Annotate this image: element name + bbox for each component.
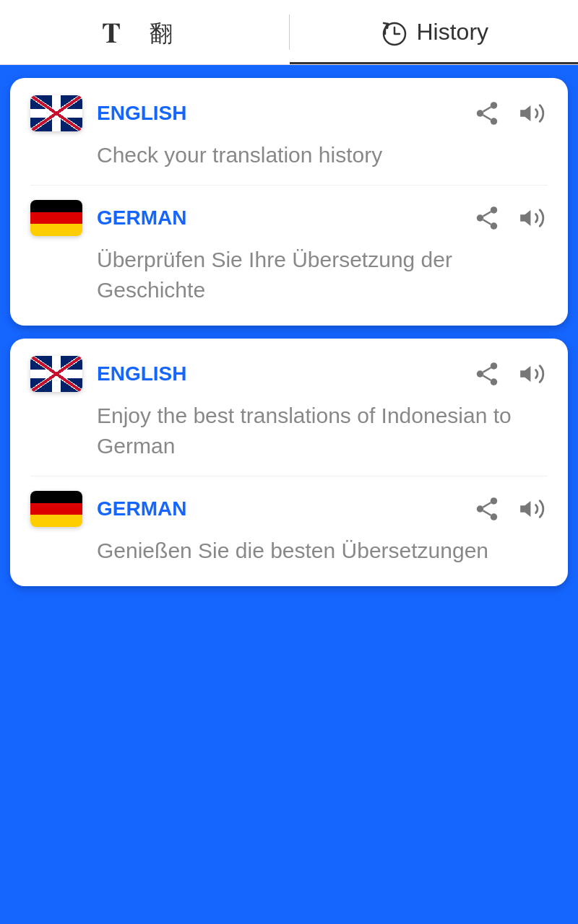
language-section-de-2: GERMAN (30, 476, 548, 566)
history-icon (379, 18, 407, 47)
action-icons-en-2 (471, 358, 548, 390)
tab-history[interactable]: History (290, 0, 579, 64)
tab-translator[interactable]: 翻 Translator (0, 0, 289, 64)
language-row-en-2: ENGLISH (30, 356, 548, 392)
language-name-de-1: GERMAN (97, 206, 471, 230)
svg-point-3 (477, 110, 484, 117)
language-name-de-2: GERMAN (97, 497, 471, 520)
svg-point-15 (477, 370, 484, 378)
main-content: ENGLISH (0, 65, 578, 924)
svg-line-12 (483, 212, 491, 216)
svg-line-11 (483, 219, 491, 224)
svg-point-4 (491, 118, 498, 125)
flag-uk-2 (30, 356, 82, 392)
action-icons-de-2 (471, 493, 548, 525)
svg-point-9 (477, 214, 484, 222)
tab-bar: 翻 Translator History (0, 0, 578, 65)
language-name-en-1: ENGLISH (97, 102, 471, 125)
flag-de-2 (30, 491, 82, 527)
svg-line-18 (483, 367, 491, 372)
svg-line-6 (483, 107, 491, 111)
speak-button-de-1[interactable] (516, 202, 548, 234)
svg-marker-13 (520, 210, 530, 226)
action-icons-de-1 (471, 202, 548, 234)
flag-uk-1 (30, 95, 82, 131)
svg-text:翻: 翻 (150, 20, 173, 46)
svg-line-5 (483, 115, 491, 119)
svg-point-20 (491, 497, 498, 505)
svg-line-24 (483, 502, 491, 507)
translation-text-en-1: Check your translation history (97, 140, 548, 170)
translate-icon: 翻 (148, 17, 178, 48)
share-button-de-1[interactable] (471, 202, 503, 234)
share-button-en-2[interactable] (471, 358, 503, 390)
flag-de-1 (30, 200, 82, 236)
svg-point-21 (477, 505, 484, 513)
speak-button-de-2[interactable] (516, 493, 548, 525)
language-row-en-1: ENGLISH (30, 95, 548, 131)
language-name-en-2: ENGLISH (97, 362, 471, 385)
action-icons-en-1 (471, 97, 548, 129)
translation-text-de-1: Überprüfen Sie Ihre Übersetzung der Gesc… (97, 245, 548, 305)
share-button-de-2[interactable] (471, 493, 503, 525)
svg-line-17 (483, 375, 491, 380)
language-section-de-1: GERMAN (30, 185, 548, 305)
language-row-de-2: GERMAN (30, 491, 548, 527)
svg-line-23 (483, 510, 491, 515)
svg-point-2 (491, 102, 498, 109)
translation-text-en-2: Enjoy the best translations of Indonesia… (97, 401, 548, 461)
tab-history-label: History (416, 19, 488, 45)
translation-card-1: ENGLISH (10, 78, 568, 326)
speak-button-en-2[interactable] (516, 358, 548, 390)
language-section-en-2: ENGLISH (30, 356, 548, 461)
svg-point-14 (491, 362, 498, 370)
language-section-en-1: ENGLISH (30, 95, 548, 170)
svg-marker-25 (520, 501, 530, 517)
svg-point-22 (491, 513, 498, 520)
svg-point-10 (491, 222, 498, 230)
share-button-en-1[interactable] (471, 97, 503, 129)
svg-point-8 (491, 206, 498, 214)
translation-text-de-2: Genießen Sie die besten Übersetzungen (97, 536, 548, 566)
svg-marker-19 (520, 366, 530, 382)
svg-point-16 (491, 378, 498, 385)
language-row-de-1: GERMAN (30, 200, 548, 236)
svg-marker-7 (520, 105, 530, 121)
translation-card-2: ENGLISH (10, 339, 568, 586)
speak-button-en-1[interactable] (516, 97, 548, 129)
